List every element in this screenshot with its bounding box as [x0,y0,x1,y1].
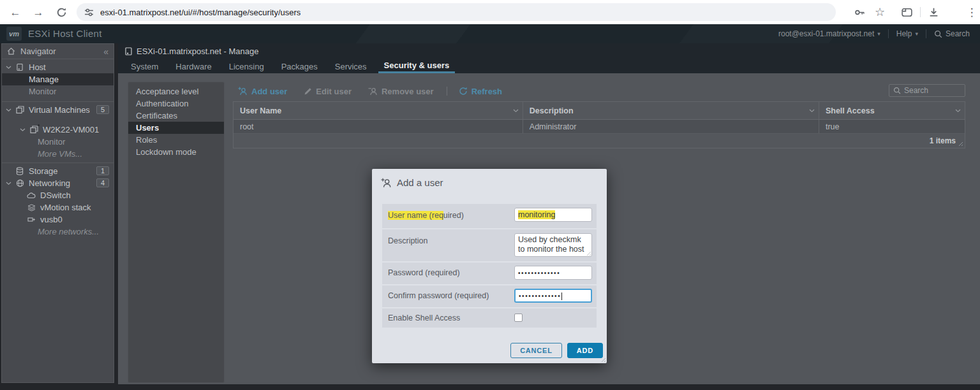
app-header: vm ESXi Host Client root@esxi-01.matrixp… [0,24,980,43]
textarea-resize-grip-icon[interactable] [586,251,591,256]
sidebar-item-vusb0[interactable]: vusb0 [2,213,114,226]
help-menu[interactable]: Help ▾ [896,29,918,38]
browser-forward-button[interactable]: → [29,0,47,24]
forward-icon: → [33,7,44,18]
resize-grip-icon[interactable] [957,140,963,146]
sidebar-item-label: Virtual Machines [29,105,90,115]
sidebar-item-virtual-machines[interactable]: Virtual Machines 5 [2,104,114,116]
stack-icon [26,204,36,212]
subnav-acceptance-level[interactable]: Acceptance level [128,85,224,98]
sidebar-item-monitor[interactable]: Monitor [2,85,114,98]
downloads-button[interactable] [925,0,942,24]
description-row: Description Used by checkmk to monitor t… [382,229,597,261]
subnav-certificates[interactable]: Certificates [128,110,224,122]
network-count-badge: 4 [96,178,109,187]
cell-shell-access: true [819,120,965,133]
user-menu-label: root@esxi-01.matrixpost.net [778,29,874,38]
chevron-down-icon [20,128,27,132]
remove-user-button[interactable]: Remove user [368,87,434,96]
user-menu[interactable]: root@esxi-01.matrixpost.net ▾ [778,29,880,38]
tab-licensing[interactable]: Licensing [223,59,270,73]
enable-shell-access-checkbox[interactable] [514,314,523,322]
edit-user-button[interactable]: Edit user [304,87,352,96]
tab-packages[interactable]: Packages [276,59,323,73]
search-placeholder: Search [904,86,928,95]
column-header-shell-access[interactable]: Shell Access [819,102,965,119]
masked-password: ••••••••••••• [519,292,561,300]
sidebar-item-host[interactable]: Host [2,61,114,73]
sidebar-item-more-networks[interactable]: More networks... [2,226,114,238]
remove-user-icon [368,87,378,96]
sidebar-item-w2k22-vm001[interactable]: W2K22-VM001 [2,124,114,136]
usb-adapter-icon [26,216,36,223]
column-menu-chevron-icon[interactable] [955,109,961,113]
subnav-roles[interactable]: Roles [128,134,224,146]
password-manager-key-button[interactable] [851,0,868,24]
browser-toolbar: ← → esxi-01.matrixpost.net/ui/#/host/man… [0,0,980,24]
vm-icon [29,126,39,134]
networking-icon [15,179,25,187]
extensions-button[interactable] [898,0,915,24]
add-user-button[interactable]: Add user [238,87,287,96]
users-table: User Name Description Shell Access [233,101,965,148]
storage-icon [15,167,25,175]
browser-back-button[interactable]: ← [6,0,24,24]
description-textarea[interactable]: Used by checkmk to monitor the host [514,233,592,257]
tab-system[interactable]: System [125,59,164,73]
kebab-menu-icon: ⋮ [967,7,977,18]
tab-services[interactable]: Services [329,59,373,73]
collapse-sidebar-icon[interactable]: « [103,47,108,57]
browser-menu-button[interactable]: ⋮ [965,0,979,24]
host-icon [125,47,132,55]
sidebar-item-label: DSwitch [40,191,71,200]
table-footer: 1 items [234,134,965,148]
table-row[interactable]: root Administrator true [234,120,965,134]
masked-password: ••••••••••••• [518,270,560,277]
password-label: Password (required) [382,263,514,284]
header-divider [926,29,926,38]
column-menu-chevron-icon[interactable] [513,109,519,113]
column-header-description[interactable]: Description [523,102,819,119]
cancel-button[interactable]: CANCEL [510,343,562,358]
username-row: User name (required) monitoring [382,204,597,228]
sidebar-item-more-vms[interactable]: More VMs... [2,148,114,160]
sidebar-item-label: Manage [29,75,59,84]
users-search-input[interactable]: Search [889,84,965,97]
tab-security-and-users[interactable]: Security & users [378,59,456,73]
sidebar-item-label: Monitor [29,87,56,96]
site-settings-icon[interactable] [84,8,94,17]
sidebar-item-label: Host [29,62,46,72]
column-header-user-name[interactable]: User Name [234,102,523,119]
virtual-machines-icon [15,106,25,114]
cell-description: Administrator [523,120,819,133]
username-input[interactable]: monitoring [514,208,592,222]
sidebar-item-vmotion-stack[interactable]: vMotion stack [2,201,114,213]
address-bar[interactable]: esxi-01.matrixpost.net/ui/#/host/manage/… [77,3,836,21]
bookmark-star-button[interactable]: ☆ [872,0,888,24]
sidebar-item-dswitch[interactable]: DSwitch [2,189,114,201]
subnav-users[interactable]: Users [128,122,224,134]
sidebar-item-label: W2K22-VM001 [43,125,99,134]
chevron-down-icon: ▾ [915,31,918,37]
refresh-button[interactable]: Refresh [459,87,502,96]
sidebar-item-vm-monitor[interactable]: Monitor [2,136,114,148]
description-label: Description [382,229,514,261]
browser-reload-button[interactable] [52,0,70,24]
header-search[interactable]: Search [934,29,970,38]
confirm-password-input[interactable]: ••••••••••••• [514,289,592,303]
sidebar-item-label: Networking [29,178,70,188]
host-icon [15,63,25,71]
sidebar-item-networking[interactable]: Networking 4 [2,177,114,189]
password-input[interactable]: ••••••••••••• [514,266,592,280]
subnav-lockdown-mode[interactable]: Lockdown mode [128,146,224,158]
subnav-authentication[interactable]: Authentication [128,98,224,110]
browser-profile-avatar[interactable]: M [946,4,961,20]
sidebar-item-storage[interactable]: Storage 1 [2,165,114,177]
search-icon [934,30,942,38]
search-icon [893,87,901,94]
sidebar-item-manage[interactable]: Manage [2,73,114,85]
column-menu-chevron-icon[interactable] [809,109,815,113]
table-header-row: User Name Description Shell Access [234,102,965,120]
add-button[interactable]: ADD [567,343,603,358]
tab-hardware[interactable]: Hardware [170,59,217,73]
